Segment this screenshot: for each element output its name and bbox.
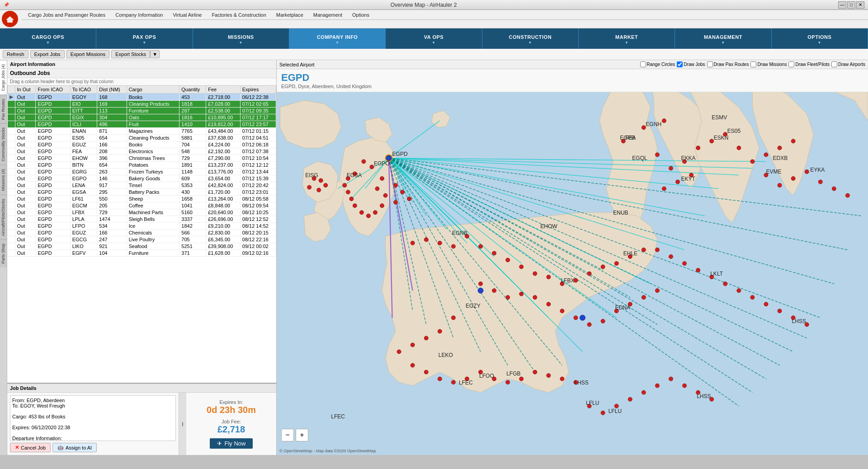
nav-va-ops[interactable]: VA OPS ▼ [386, 28, 482, 50]
table-row[interactable]: Out EGPD EIO 169 Cleaning Products 1818 … [8, 101, 276, 108]
plane-icon: ✈ [217, 440, 222, 447]
table-row[interactable]: Out EGPD EGPO 146 Bakery Goods 609 £3,65… [8, 175, 276, 182]
map-area[interactable]: EGPD EGPO [277, 92, 868, 455]
svg-point-122 [506, 295, 510, 300]
row-cargo: Furniture [127, 250, 179, 257]
draw-pax-routes-check[interactable]: Draw Pax Routes [707, 61, 749, 67]
nav-cargo-ops[interactable]: CARGO OPS ▼ [0, 28, 96, 50]
draw-fleet-pilots-check[interactable]: Draw Fleet/Pilots [788, 61, 830, 67]
row-fee: £2,538.00 [206, 108, 241, 114]
table-row[interactable]: Out EGPD LIKO 921 Seafood 5251 £39,908.0… [8, 243, 276, 250]
table-row[interactable]: Out EGPD EGRG 263 Frozen Turkeys 1148 £1… [8, 169, 276, 175]
table-row[interactable]: Out EGPD EGSA 295 Battery Packs 430 £1,7… [8, 189, 276, 196]
nav-pax-ops[interactable]: PAX OPS ▼ [96, 28, 193, 50]
col-to[interactable]: To ICAO [70, 86, 97, 94]
table-row[interactable]: Out EGPD EGIX 304 Oats 1816 £10,895.00 0… [8, 114, 276, 121]
pin-icon[interactable]: 📌 [4, 2, 9, 7]
row-fee: £2,718.00 [206, 94, 241, 101]
table-row[interactable]: Out EGPD EGUZ 166 Chemicals 566 £2,830.0… [8, 230, 276, 236]
expand-button[interactable]: ⟩ [179, 393, 186, 455]
table-row[interactable]: Out EGPD EGUZ 166 Books 704 £4,224.00 07… [8, 141, 276, 148]
col-expires[interactable]: Expires [240, 86, 276, 94]
table-row[interactable]: Out EGPD ICLI 496 Fruit 1410 £19,812.00 … [8, 121, 276, 128]
nav-management[interactable]: MANAGEMENT ▼ [675, 28, 771, 50]
table-row[interactable]: Out EGPD EGFV 104 Furniture 371 £1,628.0… [8, 250, 276, 257]
table-row[interactable]: Out EGPD LFBX 729 Machined Parts 5160 £2… [8, 209, 276, 216]
side-tab-missions[interactable]: Missions (4) [0, 165, 7, 195]
table-row[interactable]: Out EGPD EGCM 205 Coffee 1041 £8,848.00 … [8, 202, 276, 209]
fly-now-button[interactable]: ✈ Fly Now [210, 438, 253, 449]
cancel-job-button[interactable]: ✕ Cancel Job [10, 443, 51, 452]
table-row[interactable]: Out EGPD EHOW 396 Christmas Trees 729 £7… [8, 155, 276, 162]
table-row[interactable]: Out EGPD FEA 208 Electronics 548 £2,192.… [8, 148, 276, 155]
col-cargo[interactable]: Cargo [127, 86, 179, 94]
row-from: EGPD [36, 196, 70, 202]
row-from: EGPD [36, 148, 70, 155]
nav-market[interactable]: MARKET ▼ [579, 28, 675, 50]
table-row[interactable]: Out EGPD ES05 654 Cleaning Products 5881… [8, 135, 276, 141]
toolbar: Refresh Export Jobs Export Missions Expo… [0, 49, 868, 60]
row-expires: 07/12 13:44 [240, 169, 276, 175]
side-tab-aircraft-pilots[interactable]: Aircraft/Pilots/Stocks [0, 195, 7, 240]
export-missions-button[interactable]: Export Missions [66, 50, 110, 58]
nav-company-info[interactable]: COMPANY INFO ▼ [289, 28, 386, 50]
export-jobs-button[interactable]: Export Jobs [30, 50, 65, 58]
table-row[interactable]: Out EGPD LF61 550 Sheep 1658 £13,264.00 … [8, 196, 276, 202]
col-fee[interactable]: Fee [206, 86, 241, 94]
table-row[interactable]: ▶ Out EGPD EGOY 168 Books 453 £2,718.00 … [8, 94, 276, 101]
menu-marketplace[interactable]: Marketplace [272, 10, 308, 19]
menu-management[interactable]: Management [309, 10, 347, 19]
draw-missions-check[interactable]: Draw Missions [750, 61, 787, 67]
range-circles-check[interactable]: Range Circles [640, 61, 675, 67]
svg-text:EISG: EISG [305, 172, 318, 178]
side-tab-pax-routes[interactable]: Pax Routes [0, 95, 7, 124]
row-cargo: Potatoes [127, 162, 179, 169]
menu-cargo-jobs[interactable]: Cargo Jobs and Passenger Routes [24, 10, 110, 19]
menu-factories[interactable]: Factories & Construction [207, 10, 270, 19]
zoom-out-button[interactable]: − [281, 429, 294, 441]
svg-point-174 [386, 155, 392, 161]
table-row[interactable]: Out EGPD EGCG 247 Live Poultry 705 £6,34… [8, 236, 276, 243]
export-stocks-button[interactable]: Export Stocks [111, 50, 150, 58]
row-fee: £7,028.00 [206, 101, 241, 108]
side-tab-commodity-stocks[interactable]: Commodity Stocks [0, 123, 7, 165]
col-direction[interactable]: In Out [15, 86, 36, 94]
draw-jobs-check[interactable]: Draw Jobs [677, 61, 705, 67]
side-tab-parts-shop[interactable]: Parts Shop [0, 239, 7, 267]
table-row[interactable]: Out EGPD EITT 113 Furniture 287 £2,538.0… [8, 108, 276, 114]
col-from[interactable]: From ICAO [36, 86, 70, 94]
svg-text:LFEC: LFEC [459, 380, 473, 386]
minimize-button[interactable]: — [838, 1, 846, 9]
export-stocks-dropdown[interactable]: ▼ [150, 50, 160, 58]
svg-point-61 [353, 204, 357, 208]
table-row[interactable]: Out EGPD BITN 654 Potatoes 1891 £13,237.… [8, 162, 276, 169]
menu-virtual-airline[interactable]: Virtual Airline [168, 10, 206, 19]
row-to: ICLI [70, 121, 97, 128]
table-row[interactable]: Out EGPD LENA 917 Tinsel 5353 £42,824.00… [8, 182, 276, 189]
col-dist[interactable]: Dist (NM) [97, 86, 127, 94]
side-tab-cargo-jobs[interactable]: Cargo Jobs (4) [0, 60, 7, 95]
draw-airports-check[interactable]: Draw Airports [831, 61, 865, 67]
table-row[interactable]: Out EGPD LFPO 534 Ice 1842 £9,210.00 08/… [8, 223, 276, 230]
restore-button[interactable]: □ [847, 1, 855, 9]
menu-options[interactable]: Options [348, 10, 374, 19]
svg-point-124 [533, 295, 537, 300]
row-cargo: Sheep [127, 196, 179, 202]
job-description-text[interactable] [10, 395, 176, 441]
row-indicator [8, 223, 15, 230]
row-from: EGPD [36, 223, 70, 230]
zoom-in-button[interactable]: + [296, 429, 308, 441]
nav-options[interactable]: OPTIONS ▼ [772, 28, 868, 50]
col-indicator[interactable] [8, 86, 15, 94]
col-qty[interactable]: Quantity [179, 86, 206, 94]
refresh-button[interactable]: Refresh [3, 50, 28, 58]
table-row[interactable]: Out EGPD LPLA 1474 Sleigh Bells 3337 £26… [8, 216, 276, 223]
close-button[interactable]: ✕ [856, 1, 864, 9]
menu-company-info[interactable]: Company Information [111, 10, 167, 19]
nav-construction[interactable]: CONSTRUCTION ▼ [482, 28, 579, 50]
assign-to-ai-button[interactable]: 🤖 Assign to AI [52, 443, 97, 452]
nav-missions[interactable]: MISSIONS ▼ [193, 28, 289, 50]
table-row[interactable]: Out EGPD ENAN 871 Magazines 7765 £43,484… [8, 128, 276, 135]
svg-point-48 [370, 165, 374, 169]
jobs-table-wrapper[interactable]: In Out From ICAO To ICAO Dist (NM) Cargo… [7, 85, 276, 383]
